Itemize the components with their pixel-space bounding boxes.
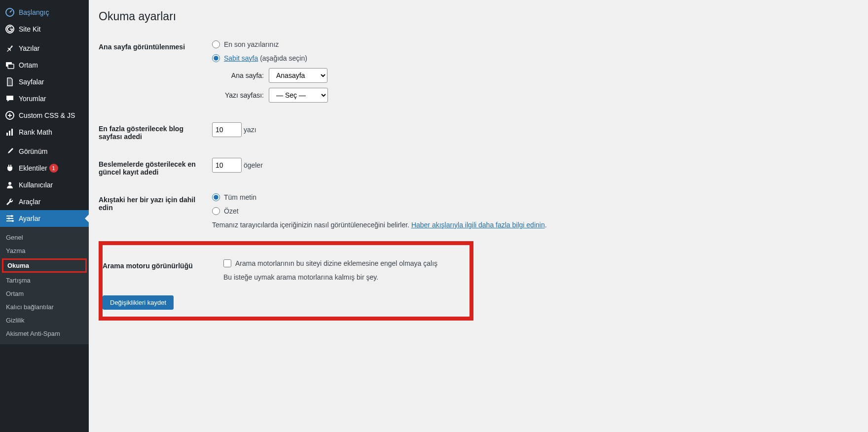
row-label-feed-items: Beslemelerde gösterilecek en güncel kayı… bbox=[99, 150, 207, 186]
sidebar-label: Site Kit bbox=[19, 25, 40, 33]
submenu-item-general[interactable]: Genel bbox=[0, 231, 89, 244]
brush-icon bbox=[5, 146, 15, 156]
sliders-icon bbox=[5, 214, 15, 223]
svg-point-8 bbox=[8, 182, 11, 185]
sidebar-item-sitekit[interactable]: Site Kit bbox=[0, 21, 89, 37]
sidebar-item-plugins[interactable]: Eklentiler 1 bbox=[0, 160, 89, 177]
sidebar-label: Yorumlar bbox=[19, 95, 46, 103]
radio-label-latest: En son yazılarınız bbox=[224, 40, 279, 48]
settings-submenu: Genel Yazma Okuma Tartışma Ortam Kalıcı … bbox=[0, 227, 89, 344]
feed-items-input[interactable] bbox=[212, 158, 242, 173]
g-icon bbox=[5, 24, 15, 34]
radio-full-text[interactable] bbox=[212, 193, 220, 201]
front-page-label: Ana sayfa: bbox=[222, 72, 264, 79]
sidebar-item-dashboard[interactable]: Başlangıç bbox=[0, 4, 89, 21]
search-visibility-note: Bu isteğe uymak arama motorlarına kalmış… bbox=[223, 273, 458, 281]
sidebar-label: Yazılar bbox=[19, 44, 40, 52]
sidebar-label: Kullanıcılar bbox=[19, 181, 53, 189]
submenu-item-privacy[interactable]: Gizlilik bbox=[0, 314, 89, 327]
front-page-select[interactable]: Anasayfa bbox=[269, 68, 327, 83]
sidebar-label: Başlangıç bbox=[19, 8, 49, 16]
highlight-annotation: Arama motoru görünürlüğü Arama motorları… bbox=[99, 241, 473, 321]
page-icon bbox=[5, 77, 15, 87]
user-icon bbox=[5, 180, 15, 190]
feed-note-link[interactable]: Haber akışlarıyla ilgili daha fazla bilg… bbox=[411, 221, 545, 229]
radio-label-static-link[interactable]: Sabit sayfa bbox=[224, 54, 258, 62]
sidebar-item-settings[interactable]: Ayarlar bbox=[0, 210, 89, 227]
posts-per-page-suffix: yazı bbox=[244, 126, 256, 134]
row-label-homepage: Ana sayfa görüntülenmesi bbox=[99, 33, 207, 115]
svg-rect-5 bbox=[6, 133, 8, 136]
sidebar-item-users[interactable]: Kullanıcılar bbox=[0, 177, 89, 193]
sidebar-item-appearance[interactable]: Görünüm bbox=[0, 143, 89, 160]
plus-circle-icon bbox=[5, 110, 15, 120]
sidebar-item-comments[interactable]: Yorumlar bbox=[0, 90, 89, 107]
checkbox-search-visibility[interactable] bbox=[223, 259, 231, 267]
radio-summary[interactable] bbox=[212, 207, 220, 215]
pin-icon bbox=[5, 43, 15, 53]
row-label-posts-per-page: En fazla gösterilecek blog sayfası adedi bbox=[99, 115, 207, 150]
sidebar-label: Ayarlar bbox=[19, 215, 40, 222]
sidebar-label: Sayfalar bbox=[19, 78, 44, 86]
submenu-item-reading[interactable]: Okuma bbox=[2, 258, 87, 273]
chart-icon bbox=[5, 127, 15, 137]
posts-page-label: Yazı sayfası: bbox=[222, 91, 264, 99]
sidebar-label: Ortam bbox=[19, 61, 38, 69]
sidebar-item-media[interactable]: Ortam bbox=[0, 57, 89, 73]
radio-latest-posts[interactable] bbox=[212, 40, 220, 48]
svg-rect-7 bbox=[11, 129, 13, 136]
sidebar-label: Araçlar bbox=[19, 198, 40, 206]
feed-items-suffix: ögeler bbox=[244, 161, 263, 169]
sidebar-item-pages[interactable]: Sayfalar bbox=[0, 73, 89, 90]
dashboard-icon bbox=[5, 7, 15, 17]
sidebar-label: Görünüm bbox=[19, 147, 47, 155]
radio-label-full: Tüm metin bbox=[224, 193, 256, 201]
sidebar-item-rankmath[interactable]: Rank Math bbox=[0, 124, 89, 141]
sidebar-label: Custom CSS & JS bbox=[19, 111, 75, 119]
save-button[interactable]: Değişiklikleri kaydet bbox=[103, 295, 174, 310]
radio-label-summary: Özet bbox=[224, 207, 239, 215]
submenu-item-akismet[interactable]: Akismet Anti-Spam bbox=[0, 327, 89, 340]
sidebar-label: Rank Math bbox=[19, 128, 52, 136]
admin-sidebar: Başlangıç Site Kit Yazılar Ortam Sayfala… bbox=[0, 0, 89, 432]
settings-form: Ana sayfa görüntülenmesi En son yazıları… bbox=[99, 33, 858, 236]
sidebar-item-customcss[interactable]: Custom CSS & JS bbox=[0, 107, 89, 124]
svg-point-11 bbox=[12, 220, 14, 222]
svg-point-9 bbox=[11, 215, 13, 217]
sidebar-label: Eklentiler bbox=[19, 164, 47, 172]
submenu-item-writing[interactable]: Yazma bbox=[0, 244, 89, 257]
submenu-item-media[interactable]: Ortam bbox=[0, 287, 89, 300]
sidebar-item-tools[interactable]: Araçlar bbox=[0, 193, 89, 210]
media-icon bbox=[5, 60, 15, 70]
feed-note-suffix: . bbox=[545, 221, 547, 229]
posts-per-page-input[interactable] bbox=[212, 122, 242, 137]
svg-point-10 bbox=[8, 217, 10, 219]
submenu-item-discussion[interactable]: Tartışma bbox=[0, 274, 89, 287]
svg-rect-3 bbox=[8, 64, 14, 69]
main-content: Okuma ayarları Ana sayfa görüntülenmesi … bbox=[89, 0, 868, 432]
page-title: Okuma ayarları bbox=[99, 10, 858, 23]
update-badge: 1 bbox=[49, 164, 58, 173]
submenu-item-permalinks[interactable]: Kalıcı bağlantılar bbox=[0, 300, 89, 314]
feed-note: Temanız tarayıcılarda içeriğinizin nasıl… bbox=[212, 221, 853, 229]
feed-note-prefix: Temanız tarayıcılarda içeriğinizin nasıl… bbox=[212, 221, 411, 229]
posts-page-select[interactable]: — Seç — bbox=[269, 88, 328, 103]
row-label-search-visibility: Arama motoru görünürlüğü bbox=[103, 252, 218, 288]
plugin-icon bbox=[5, 163, 15, 173]
checkbox-label-search: Arama motorlarının bu siteyi dizine ekle… bbox=[235, 259, 437, 267]
wrench-icon bbox=[5, 197, 15, 207]
comment-icon bbox=[5, 94, 15, 104]
radio-label-static-suffix: (aşağıda seçin) bbox=[258, 54, 307, 62]
row-label-feed-content: Akıştaki her bir yazı için dahil edin bbox=[99, 186, 207, 236]
svg-rect-6 bbox=[9, 131, 10, 136]
sidebar-item-posts[interactable]: Yazılar bbox=[0, 40, 89, 57]
radio-static-page[interactable] bbox=[212, 54, 220, 62]
